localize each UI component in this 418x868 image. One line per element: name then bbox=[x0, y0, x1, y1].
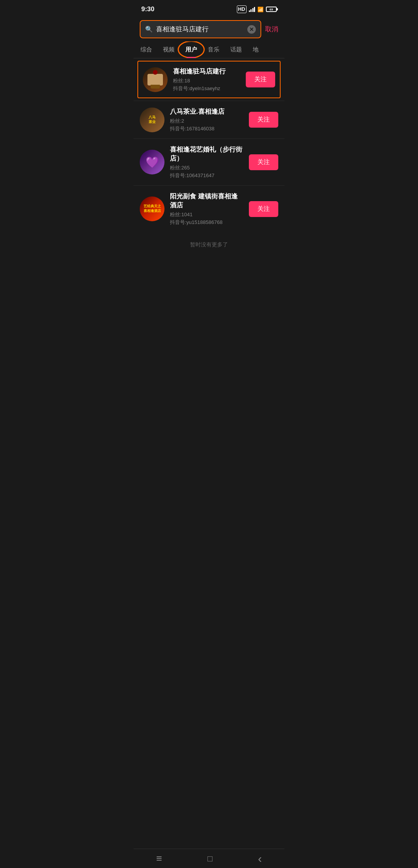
user-info: 阳光副食 建镇街喜相逢酒店 粉丝:1041 抖音号:yu15188586768 bbox=[170, 192, 243, 226]
follow-button[interactable]: 关注 bbox=[249, 201, 278, 217]
user-item[interactable]: 八马茶业 八马茶业.喜相逢店 粉丝:2 抖音号:1678146038 关注 bbox=[134, 101, 284, 138]
user-item[interactable]: 💜 喜相逢花艺婚礼（步行街店） 粉丝:265 抖音号:1064371647 关注 bbox=[134, 138, 284, 185]
clear-button[interactable]: ✕ bbox=[247, 25, 256, 34]
tab-location[interactable]: 地 bbox=[247, 41, 264, 58]
user-item[interactable]: 喜相逢驻马店建行 粉丝:18 抖音号:dyeln1saeyhz 关注 bbox=[137, 61, 281, 98]
user-info: 喜相逢花艺婚礼（步行街店） 粉丝:265 抖音号:1064371647 bbox=[170, 145, 243, 179]
search-bar: 🔍 喜相逢驻马店建行 ✕ 取消 bbox=[134, 17, 284, 41]
tab-general[interactable]: 综合 bbox=[135, 41, 158, 58]
clear-icon: ✕ bbox=[249, 27, 254, 32]
user-fans: 粉丝:1041 bbox=[170, 211, 243, 218]
user-info: 喜相逢驻马店建行 粉丝:18 抖音号:dyeln1saeyhz bbox=[173, 67, 240, 92]
user-name: 阳光副食 建镇街喜相逢酒店 bbox=[170, 192, 243, 210]
search-icon: 🔍 bbox=[145, 26, 153, 33]
user-info: 八马茶业.喜相逢店 粉丝:2 抖音号:1678146038 bbox=[170, 107, 243, 132]
follow-button[interactable]: 关注 bbox=[246, 72, 275, 87]
user-name: 喜相逢花艺婚礼（步行街店） bbox=[170, 145, 243, 163]
avatar: 八马茶业 bbox=[140, 108, 164, 132]
tab-topic[interactable]: 话题 bbox=[225, 41, 247, 58]
avatar-art-2: 八马茶业 bbox=[140, 108, 164, 132]
avatar: 艺经典天之喜相逢酒店 bbox=[140, 196, 164, 221]
user-item[interactable]: 艺经典天之喜相逢酒店 阳光副食 建镇街喜相逢酒店 粉丝:1041 抖音号:yu1… bbox=[134, 185, 284, 232]
tab-video[interactable]: 视频 bbox=[158, 41, 180, 58]
follow-button[interactable]: 关注 bbox=[249, 112, 278, 128]
no-more-text: 暂时没有更多了 bbox=[134, 232, 284, 261]
user-id: 抖音号:yu15188586768 bbox=[170, 219, 243, 226]
search-input[interactable]: 喜相逢驻马店建行 bbox=[156, 25, 244, 34]
avatar: 💜 bbox=[140, 150, 164, 174]
user-list: 喜相逢驻马店建行 粉丝:18 抖音号:dyeln1saeyhz 关注 八马茶业 … bbox=[134, 61, 284, 261]
user-name: 喜相逢驻马店建行 bbox=[173, 67, 240, 76]
avatar-art-4: 艺经典天之喜相逢酒店 bbox=[140, 196, 164, 221]
cancel-button[interactable]: 取消 bbox=[265, 25, 278, 34]
battery-icon: 69 bbox=[266, 7, 277, 12]
hd-badge: HD bbox=[237, 5, 247, 13]
avatar-art-3: 💜 bbox=[140, 150, 164, 174]
user-fans: 粉丝:2 bbox=[170, 118, 243, 125]
tab-user[interactable]: 用户 bbox=[180, 41, 202, 58]
search-input-wrapper[interactable]: 🔍 喜相逢驻马店建行 ✕ bbox=[140, 20, 261, 38]
user-id: 抖音号:1678146038 bbox=[170, 125, 243, 132]
tab-bar: 综合 视频 用户 音乐 话题 地 bbox=[134, 41, 284, 58]
signal-icon bbox=[249, 7, 255, 12]
user-id: 抖音号:1064371647 bbox=[170, 172, 243, 179]
wifi-icon: 📶 bbox=[257, 7, 264, 12]
avatar-art-1 bbox=[143, 67, 168, 92]
tab-music[interactable]: 音乐 bbox=[202, 41, 225, 58]
status-bar: 9:30 HD 📶 69 bbox=[134, 0, 284, 17]
avatar bbox=[143, 67, 168, 92]
user-fans: 粉丝:18 bbox=[173, 77, 240, 84]
user-id: 抖音号:dyeln1saeyhz bbox=[173, 85, 240, 92]
follow-button[interactable]: 关注 bbox=[249, 154, 278, 170]
status-icons: HD 📶 69 bbox=[237, 5, 277, 13]
user-fans: 粉丝:265 bbox=[170, 164, 243, 171]
user-name: 八马茶业.喜相逢店 bbox=[170, 107, 243, 116]
status-time: 9:30 bbox=[141, 5, 154, 13]
